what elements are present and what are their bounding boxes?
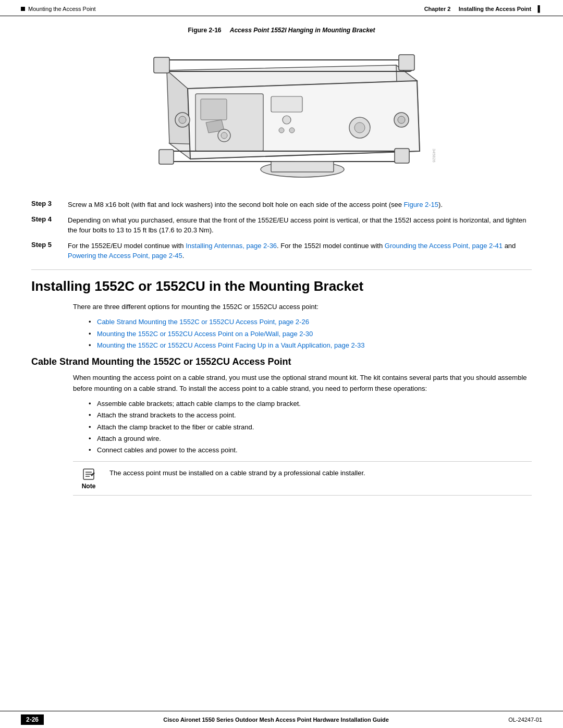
svg-rect-6 (201, 99, 227, 120)
cable-strand-link[interactable]: Cable Strand Mounting the 1552C or 1552C… (97, 318, 309, 326)
step-5-label: Step 5 (31, 241, 68, 249)
step-3-label: Step 3 (31, 200, 68, 207)
bullet-item-4: Attach a ground wire. (89, 433, 532, 445)
page-footer: 2-26 Cisco Aironet 1550 Series Outdoor M… (0, 711, 563, 728)
svg-rect-20 (159, 150, 174, 164)
section-marker-icon (21, 7, 25, 11)
access-point-diagram: 345826 (104, 39, 459, 190)
subsection-heading: Cable Strand Mounting the 1552C or 1552C… (31, 356, 532, 367)
svg-rect-21 (395, 149, 409, 163)
subsection-bullet-list: Assemble cable brackets; attach cable cl… (89, 398, 532, 455)
note-label: Note (82, 483, 96, 490)
svg-point-25 (398, 116, 405, 124)
note-box: Note The access point must be installed … (73, 461, 532, 496)
step-5-content: For the 1552E/EU model continue with Ins… (68, 241, 532, 261)
figure-15-link[interactable]: Figure 2-15 (404, 201, 438, 208)
header-section-label: Mounting the Access Point (28, 6, 96, 12)
svg-point-9 (221, 132, 227, 139)
installing-antennas-link[interactable]: Installing Antennas, page 2-36 (186, 242, 277, 250)
note-icon-area: Note (73, 467, 104, 490)
note-text: The access point must be installed on a … (109, 467, 532, 478)
step-5-row: Step 5 For the 1552E/EU model continue w… (31, 241, 532, 261)
figure-watermark: 345826 (432, 149, 436, 163)
svg-point-13 (289, 128, 295, 133)
svg-rect-18 (399, 55, 414, 70)
svg-rect-17 (154, 57, 169, 73)
header-chapter-title: Installing the Access Point (459, 6, 532, 12)
grounding-link[interactable]: Grounding the Access Point, page 2-41 (385, 242, 503, 250)
footer-title: Cisco Aironet 1550 Series Outdoor Mesh A… (44, 717, 508, 723)
header-right: Chapter 2 Installing the Access Point ▌ (424, 5, 542, 13)
vault-link[interactable]: Mounting the 1552C or 1552CU Access Poin… (97, 341, 365, 349)
steps-section: Step 3 Screw a M8 x16 bolt (with flat an… (31, 200, 532, 261)
subsection-content: When mounting the access point on a cabl… (73, 373, 532, 496)
main-section-intro: There are three different options for mo… (73, 302, 532, 313)
subsection-para1: When mounting the access point on a cabl… (73, 373, 532, 394)
footer-doc-number: OL-24247-01 (508, 717, 542, 723)
svg-point-12 (279, 128, 284, 133)
step-4-content: Depending on what you purchased, ensure … (68, 215, 532, 236)
pole-wall-link[interactable]: Mounting the 1552C or 1552CU Access Poin… (97, 330, 313, 338)
footer-page-number: 2-26 (21, 714, 44, 725)
main-section-links-list: Cable Strand Mounting the 1552C or 1552C… (89, 316, 532, 351)
note-pencil-icon (81, 467, 96, 482)
bullet-item-1: Assemble cable brackets; attach cable cl… (89, 398, 532, 410)
section-divider-1 (31, 269, 532, 270)
step-3-content: Screw a M8 x16 bolt (with flat and lock … (68, 200, 532, 210)
header-left: Mounting the Access Point (21, 6, 96, 12)
step-4-row: Step 4 Depending on what you purchased, … (31, 215, 532, 236)
list-item-3: Mounting the 1552C or 1552CU Access Poin… (89, 340, 532, 351)
page-header: Mounting the Access Point Chapter 2 Inst… (0, 0, 563, 16)
svg-rect-10 (271, 96, 302, 112)
bullet-item-2: Attach the strand brackets to the access… (89, 410, 532, 421)
svg-point-23 (179, 116, 186, 124)
main-content: Figure 2-16 Access Point 1552I Hanging i… (0, 16, 563, 506)
svg-point-15 (354, 122, 365, 133)
bullet-item-3: Attach the clamp bracket to the fiber or… (89, 422, 532, 433)
figure-title: Access Point 1552I Hanging in Mounting B… (230, 27, 375, 34)
figure-container: 345826 (31, 39, 532, 190)
svg-rect-27 (271, 162, 334, 172)
diagram-wrapper: 345826 (104, 39, 459, 190)
header-chapter-label: Chapter 2 (424, 6, 451, 12)
svg-point-11 (283, 116, 291, 124)
main-section-intro-area: There are three different options for mo… (73, 302, 532, 351)
bullet-item-5: Connect cables and power to the access p… (89, 445, 532, 456)
list-item-2: Mounting the 1552C or 1552CU Access Poin… (89, 328, 532, 340)
step-4-label: Step 4 (31, 215, 68, 223)
figure-caption: Figure 2-16 Access Point 1552I Hanging i… (31, 27, 532, 34)
main-section-heading: Installing 1552C or 1552CU in the Mounti… (31, 278, 532, 294)
powering-link[interactable]: Powering the Access Point, page 2-45 (68, 252, 182, 260)
figure-label: Figure 2-16 (188, 27, 222, 34)
list-item-1: Cable Strand Mounting the 1552C or 1552C… (89, 316, 532, 328)
step-3-row: Step 3 Screw a M8 x16 bolt (with flat an… (31, 200, 532, 210)
